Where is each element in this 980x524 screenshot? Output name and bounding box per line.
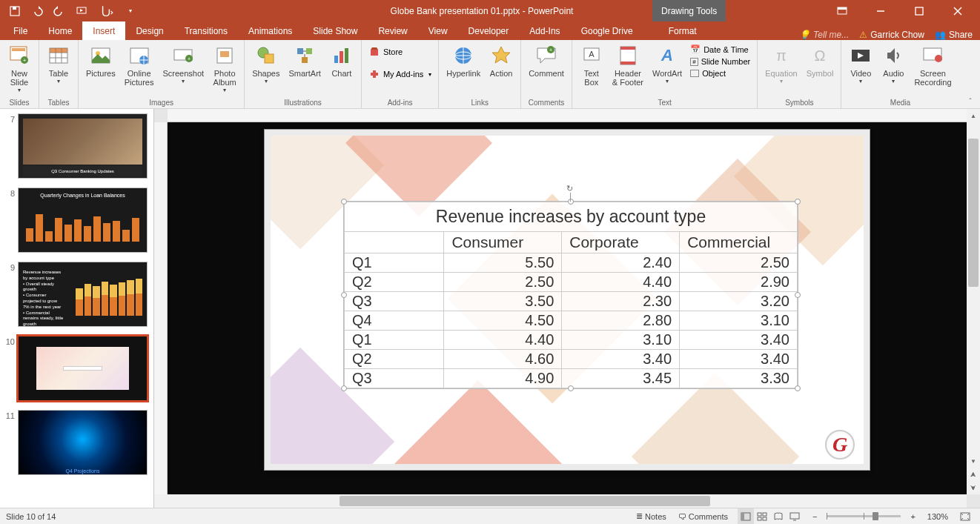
tab-format[interactable]: Format — [658, 21, 707, 40]
close-icon[interactable] — [943, 0, 973, 21]
selection-handle[interactable] — [795, 199, 801, 205]
object-button[interactable]: Object — [688, 68, 728, 79]
tab-home[interactable]: Home — [38, 21, 82, 40]
tab-file[interactable]: File — [0, 21, 38, 40]
sorter-view-icon[interactable] — [754, 508, 770, 525]
screenshot-button[interactable]: +Screenshot▾ — [160, 42, 208, 86]
tab-insert[interactable]: Insert — [82, 21, 125, 40]
video-icon — [849, 44, 873, 67]
equation-button[interactable]: πEquation▾ — [762, 42, 800, 86]
pictures-button[interactable]: Pictures — [83, 42, 119, 79]
slide-number-button[interactable]: #Slide Number — [688, 56, 752, 67]
selection-handle[interactable] — [795, 385, 801, 391]
tab-design[interactable]: Design — [125, 21, 173, 40]
tab-addins[interactable]: Add-Ins — [519, 21, 570, 40]
my-addins-button[interactable]: My Add-ins▾ — [366, 67, 434, 81]
slide-thumbnails-pane[interactable]: 7 Q3 Consumer Banking Updates 8 Quarterl… — [0, 109, 154, 508]
zoom-slider[interactable] — [827, 515, 901, 517]
store-button[interactable]: Store — [366, 45, 405, 59]
row-label: Q3 — [345, 369, 444, 388]
undo-icon[interactable] — [31, 5, 43, 17]
row-value: 2.30 — [562, 292, 680, 311]
row-value: 3.10 — [562, 331, 680, 350]
slide-thumb-9[interactable]: Revenue increases by account type• Overa… — [18, 262, 148, 327]
screenshot-icon: + — [171, 44, 195, 67]
header-footer-button[interactable]: Header & Footer — [609, 42, 646, 88]
selection-handle[interactable] — [568, 385, 574, 391]
wordart-button[interactable]: AWordArt▾ — [649, 42, 685, 86]
photo-album-label: Photo Album — [213, 69, 236, 87]
smartart-button[interactable]: SmartArt — [285, 42, 323, 79]
shapes-button[interactable]: Shapes▾ — [249, 42, 282, 86]
slide-counter[interactable]: Slide 10 of 14 — [0, 512, 634, 521]
comments-button[interactable]: 🗨Comments — [676, 508, 730, 525]
rotation-handle[interactable] — [567, 185, 575, 193]
table-button[interactable]: Table ▾ — [44, 42, 73, 86]
touch-mode-icon[interactable] — [98, 5, 114, 17]
zoom-in-button[interactable]: + — [908, 508, 917, 525]
ribbon-display-options-icon[interactable] — [827, 0, 857, 21]
new-slide-button[interactable]: + New Slide ▾ — [4, 42, 34, 95]
selection-handle[interactable] — [341, 199, 347, 205]
tab-developer[interactable]: Developer — [458, 21, 520, 40]
zoom-level[interactable]: 130% — [925, 508, 950, 525]
collapse-ribbon-icon[interactable]: ˆ — [964, 96, 977, 107]
save-icon[interactable] — [9, 5, 21, 17]
svg-rect-18 — [50, 48, 67, 53]
slide-thumb-7[interactable]: Q3 Consumer Banking Updates — [18, 113, 148, 179]
slide[interactable]: G Revenue increases by account type Cons… — [265, 130, 870, 470]
audio-button[interactable]: Audio▾ — [878, 42, 908, 86]
tab-transitions[interactable]: Transitions — [174, 21, 238, 40]
scroll-down-icon[interactable]: ▼ — [967, 454, 980, 468]
scroll-up-icon[interactable]: ▲ — [967, 109, 980, 122]
chart-button[interactable]: Chart — [327, 42, 357, 79]
notes-button[interactable]: ≣Notes — [634, 508, 669, 525]
slideshow-view-icon[interactable] — [787, 508, 803, 525]
revenue-table-object[interactable]: Revenue increases by account type Consum… — [343, 201, 798, 389]
selection-handle[interactable] — [341, 292, 347, 298]
slide-thumb-10[interactable] — [18, 336, 148, 401]
redo-icon[interactable] — [53, 5, 65, 17]
zoom-slider-thumb[interactable] — [873, 512, 878, 520]
qat-customize-icon[interactable]: ▾ — [125, 5, 136, 17]
scroll-thumb[interactable] — [968, 139, 979, 287]
tab-animations[interactable]: Animations — [238, 21, 302, 40]
scroll-thumb[interactable] — [340, 496, 710, 506]
selection-handle[interactable] — [795, 292, 801, 298]
next-slide-icon[interactable]: ⮟ — [967, 481, 980, 494]
fit-to-window-icon[interactable] — [958, 508, 973, 525]
maximize-icon[interactable] — [904, 0, 934, 21]
selection-handle[interactable] — [341, 385, 347, 391]
start-from-beginning-icon[interactable] — [76, 5, 87, 17]
normal-view-icon[interactable] — [738, 508, 754, 525]
vertical-scrollbar[interactable]: ▲ ▼ ⮝ ⮟ — [967, 109, 980, 494]
slide-canvas[interactable]: G Revenue increases by account type Cons… — [168, 122, 967, 494]
tab-view[interactable]: View — [418, 21, 458, 40]
symbol-button[interactable]: ΩSymbol — [804, 42, 837, 79]
tab-review[interactable]: Review — [368, 21, 417, 40]
tab-slideshow[interactable]: Slide Show — [302, 21, 368, 40]
slide-thumb-8[interactable]: Quarterly Changes in Loan Balances — [18, 188, 148, 253]
comment-button[interactable]: +Comment — [526, 42, 567, 79]
share-button[interactable]: 👥Share — [935, 30, 973, 40]
prev-slide-icon[interactable]: ⮝ — [967, 468, 980, 481]
tell-me-search[interactable]: 💡Tell me... — [799, 30, 849, 40]
svg-rect-60 — [758, 517, 761, 520]
horizontal-scrollbar[interactable] — [154, 494, 967, 508]
online-pictures-button[interactable]: Online Pictures — [122, 42, 157, 88]
minimize-icon[interactable] — [866, 0, 895, 21]
zoom-out-button[interactable]: − — [810, 508, 819, 525]
user-account[interactable]: ⚠Garrick Chow — [859, 30, 924, 40]
selection-handle[interactable] — [568, 199, 574, 205]
reading-view-icon[interactable] — [770, 508, 787, 525]
photo-album-button[interactable]: Photo Album▾ — [210, 42, 239, 95]
date-time-button[interactable]: 📅Date & Time — [688, 44, 751, 55]
tab-googledrive[interactable]: Google Drive — [571, 21, 643, 40]
video-button[interactable]: Video▾ — [846, 42, 875, 86]
text-box-button[interactable]: AText Box — [577, 42, 606, 88]
action-button[interactable]: Action — [486, 42, 516, 79]
hyperlink-button[interactable]: Hyperlink — [443, 42, 483, 79]
group-label-slides: Slides — [4, 99, 34, 108]
screen-recording-button[interactable]: Screen Recording — [911, 42, 954, 88]
slide-thumb-11[interactable]: Q4 Projections — [18, 410, 148, 475]
